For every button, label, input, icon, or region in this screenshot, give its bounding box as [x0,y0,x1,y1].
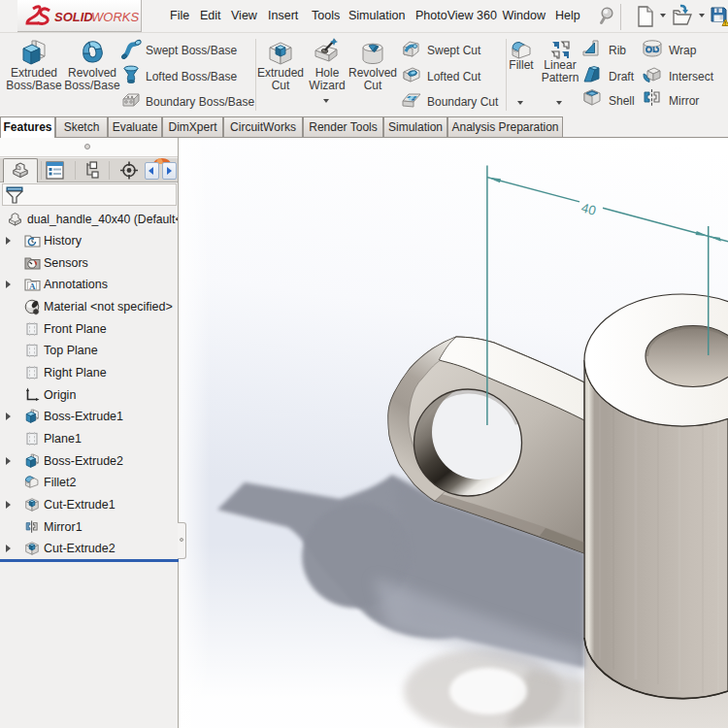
svg-text:!: ! [724,20,726,26]
svg-text:A: A [29,281,36,291]
svg-text:WORKS: WORKS [91,10,139,24]
svg-text:SOLID: SOLID [54,10,93,24]
